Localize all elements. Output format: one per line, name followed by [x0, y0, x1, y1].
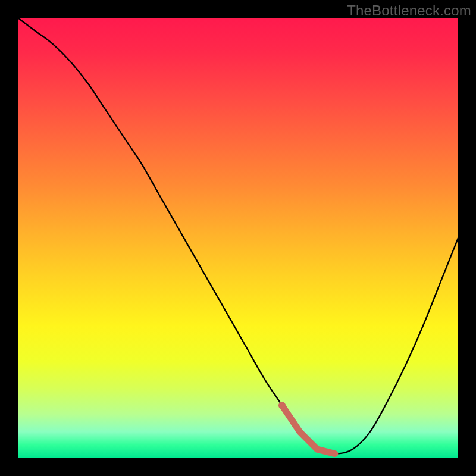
bottleneck-curve	[18, 18, 458, 454]
chart-plot	[18, 18, 458, 458]
highlight-dot	[278, 402, 286, 409]
highlight-band	[282, 405, 335, 453]
watermark-text: TheBottleneck.com	[347, 2, 471, 19]
chart-frame	[18, 18, 458, 458]
